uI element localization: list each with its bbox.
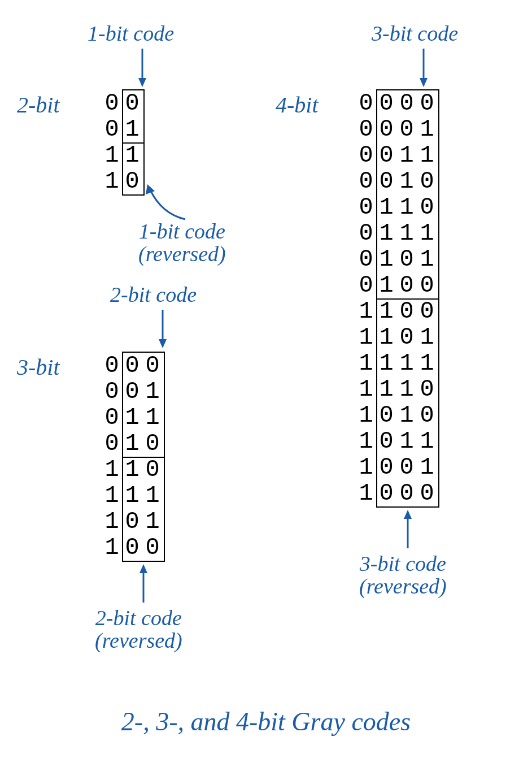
bit-cell: 0	[376, 404, 396, 427]
bit-cell: 0	[102, 432, 122, 456]
bit-cell: 0	[376, 92, 396, 115]
bit-cell: 0	[102, 406, 122, 430]
bit-cell: 1	[122, 406, 142, 430]
bit-cell: 0	[417, 196, 437, 219]
bit-cell: 1	[376, 196, 396, 219]
bit-cell: 0	[396, 248, 417, 271]
svg-marker-9	[420, 78, 428, 87]
one-bit-reversed-label: 1-bit code (reversed)	[138, 220, 226, 266]
bit-cell: 0	[376, 170, 396, 193]
bit-cell: 1	[356, 430, 376, 453]
table-row: 10	[102, 168, 142, 194]
bit-cell: 0	[417, 300, 437, 323]
three-bit-reversed-line1: 3-bit code	[360, 552, 446, 575]
bit-cell: 0	[417, 274, 437, 297]
bit-cell: 0	[417, 378, 437, 401]
bit-cell: 0	[142, 432, 163, 456]
bit-cell: 0	[376, 482, 396, 505]
bit-cell: 1	[356, 482, 376, 505]
bit-cell: 1	[122, 144, 142, 167]
bit-cell: 0	[102, 118, 122, 141]
bit-cell: 1	[356, 352, 376, 375]
bit-cell: 0	[356, 118, 376, 141]
bit-cell: 1	[356, 404, 376, 427]
arrow-down-icon	[418, 49, 429, 88]
table-row: 0101	[356, 246, 437, 272]
table-row: 0000	[356, 90, 437, 116]
table-row: 1111	[356, 350, 437, 376]
bit-cell: 0	[102, 92, 122, 115]
bit-cell: 1	[356, 378, 376, 401]
table-row: 00	[102, 90, 142, 116]
table-row: 11	[102, 142, 142, 168]
four-bit-table: 0000 0001 0011 0010 0110 0111 0101 0100 …	[356, 90, 437, 506]
bit-cell: 1	[102, 144, 122, 167]
bit-cell: 1	[376, 222, 396, 245]
bit-cell: 0	[142, 458, 163, 482]
arrow-up-icon	[402, 510, 413, 549]
bit-cell: 0	[356, 248, 376, 271]
table-row: 011	[102, 405, 163, 431]
bit-cell: 1	[417, 352, 437, 375]
bit-cell: 1	[396, 404, 417, 427]
bit-cell: 1	[417, 430, 437, 453]
bit-cell: 1	[142, 406, 163, 430]
bit-cell: 1	[417, 456, 437, 479]
three-bit-table: 000 001 011 010 110 111 101 100	[102, 353, 163, 561]
three-bit-title: 3-bit	[17, 356, 60, 379]
table-row: 010	[102, 431, 163, 457]
one-bit-reversed-line2: (reversed)	[138, 242, 226, 266]
arrow-up-icon	[138, 564, 149, 604]
bit-cell: 1	[122, 118, 142, 141]
bit-cell: 1	[396, 170, 417, 193]
bit-cell: 1	[102, 510, 122, 534]
bit-cell: 1	[122, 484, 142, 508]
arrow-down-icon	[157, 310, 168, 349]
table-row: 0110	[356, 194, 437, 220]
bit-cell: 0	[396, 274, 417, 297]
bit-cell: 0	[356, 92, 376, 115]
bit-cell: 1	[396, 144, 417, 167]
bit-cell: 0	[142, 354, 163, 378]
arrow-down-icon	[137, 49, 148, 88]
table-row: 0100	[356, 272, 437, 298]
bit-cell: 0	[356, 144, 376, 167]
bit-cell: 1	[417, 248, 437, 271]
table-row: 110	[102, 457, 163, 483]
bit-cell: 0	[142, 536, 163, 560]
bit-cell: 1	[122, 458, 142, 482]
table-row: 0011	[356, 142, 437, 168]
bit-cell: 0	[376, 430, 396, 453]
table-row: 1001	[356, 454, 437, 480]
table-row: 1010	[356, 402, 437, 428]
bit-cell: 1	[102, 484, 122, 508]
bit-cell: 1	[376, 248, 396, 271]
bit-cell: 1	[376, 274, 396, 297]
table-row: 1101	[356, 324, 437, 350]
three-bit-code-label: 3-bit code	[372, 23, 458, 45]
three-bit-reversed-label: 3-bit code (reversed)	[359, 553, 447, 598]
bit-cell: 0	[356, 196, 376, 219]
bit-cell: 1	[122, 432, 142, 456]
two-bit-title: 2-bit	[17, 94, 60, 116]
one-bit-code-label: 1-bit code	[88, 23, 174, 45]
bit-cell: 1	[396, 378, 417, 401]
table-row: 1000	[356, 480, 437, 506]
bit-cell: 0	[356, 274, 376, 297]
bit-cell: 0	[376, 144, 396, 167]
bit-cell: 0	[417, 170, 437, 193]
bit-cell: 0	[122, 354, 142, 378]
bit-cell: 0	[102, 354, 122, 378]
caption: 2-, 3-, and 4-bit Gray codes	[0, 707, 532, 737]
svg-marker-1	[138, 78, 146, 87]
bit-cell: 0	[356, 222, 376, 245]
bit-cell: 1	[356, 300, 376, 323]
bit-cell: 0	[417, 482, 437, 505]
bit-cell: 1	[142, 380, 163, 404]
bit-cell: 1	[417, 222, 437, 245]
bit-cell: 0	[396, 456, 417, 479]
table-row: 0111	[356, 220, 437, 246]
bit-cell: 1	[376, 352, 396, 375]
one-bit-reversed-line1: 1-bit code	[139, 219, 225, 243]
bit-cell: 0	[417, 404, 437, 427]
